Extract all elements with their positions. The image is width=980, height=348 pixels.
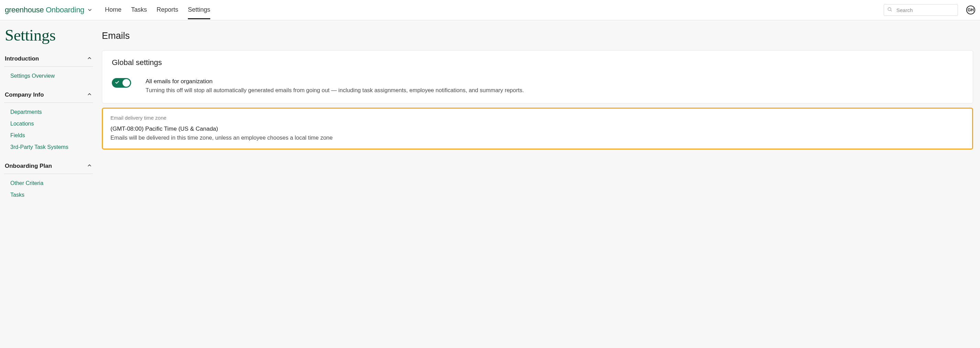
search-input[interactable] [884, 4, 958, 16]
card-title: Global settings [112, 58, 963, 67]
page-body: Settings Introduction Settings Overview … [0, 20, 980, 206]
sidebar-item-settings-overview[interactable]: Settings Overview [10, 70, 93, 82]
avatar[interactable]: GH [966, 5, 975, 14]
brand-logo: greenhouse Onboarding [5, 5, 84, 14]
sidebar-header-onboarding-plan[interactable]: Onboarding Plan [4, 159, 93, 174]
card-email-timezone[interactable]: Email delivery time zone (GMT-08:00) Pac… [102, 108, 973, 149]
section-title-emails: Emails [102, 30, 973, 41]
card-global-settings: Global settings All emails for organizat… [102, 50, 973, 103]
field-desc-timezone: Emails will be delivered in this time zo… [110, 135, 964, 141]
sidebar-header-introduction[interactable]: Introduction [4, 51, 93, 67]
sidebar-header-label: Introduction [5, 56, 39, 62]
brand-switcher[interactable]: greenhouse Onboarding [5, 5, 92, 14]
toggle-knob [123, 79, 130, 87]
sidebar-header-label: Onboarding Plan [5, 163, 52, 170]
check-icon [115, 80, 119, 86]
toggle-title: All emails for organization [146, 78, 524, 85]
toggle-row-all-emails: All emails for organization Turning this… [112, 78, 963, 94]
chevron-up-icon [87, 92, 92, 99]
field-label-timezone: Email delivery time zone [110, 115, 964, 121]
page-title: Settings [5, 26, 93, 44]
main-content: Emails Global settings All emails for or… [97, 20, 980, 206]
toggle-all-emails[interactable] [112, 78, 131, 88]
nav-links: Home Tasks Reports Settings [105, 1, 210, 19]
sidebar-header-label: Company Info [5, 92, 44, 99]
sidebar-item-fields[interactable]: Fields [10, 130, 93, 141]
field-value-timezone: (GMT-08:00) Pacific Time (US & Canada) [110, 126, 964, 132]
nav-tasks[interactable]: Tasks [131, 1, 147, 19]
sidebar-item-other-criteria[interactable]: Other Criteria [10, 178, 93, 189]
top-nav: greenhouse Onboarding Home Tasks Reports… [0, 0, 980, 20]
toggle-text: All emails for organization Turning this… [146, 78, 524, 94]
sidebar-section-introduction: Introduction Settings Overview [4, 51, 93, 85]
search-wrap [884, 4, 958, 16]
nav-settings[interactable]: Settings [188, 1, 210, 19]
sidebar: Settings Introduction Settings Overview … [0, 20, 97, 206]
chevron-up-icon [87, 163, 92, 170]
sidebar-item-3rd-party-task-systems[interactable]: 3rd-Party Task Systems [10, 141, 93, 153]
sidebar-section-company-info: Company Info Departments Locations Field… [4, 87, 93, 156]
chevron-up-icon [87, 56, 92, 62]
sidebar-item-locations[interactable]: Locations [10, 118, 93, 130]
chevron-down-icon [87, 7, 92, 13]
sidebar-item-departments[interactable]: Departments [10, 106, 93, 118]
sidebar-header-company-info[interactable]: Company Info [4, 87, 93, 103]
toggle-desc: Turning this off will stop all automatic… [146, 87, 524, 94]
nav-home[interactable]: Home [105, 1, 121, 19]
sidebar-section-onboarding-plan: Onboarding Plan Other Criteria Tasks [4, 159, 93, 204]
sidebar-item-tasks[interactable]: Tasks [10, 189, 93, 201]
nav-reports[interactable]: Reports [157, 1, 178, 19]
